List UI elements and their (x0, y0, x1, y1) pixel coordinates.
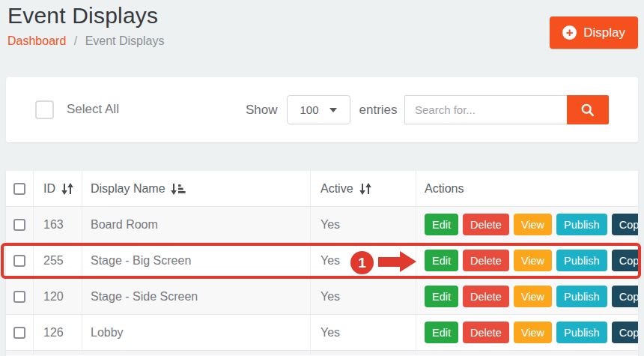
breadcrumb-current: Event Displays (85, 34, 165, 47)
page-size-value: 100 (300, 103, 319, 116)
breadcrumb-separator: / (74, 34, 77, 47)
view-button[interactable]: View (514, 286, 552, 307)
cell-display-name: Board Room (82, 207, 311, 242)
cell-active: Yes (311, 207, 416, 242)
cell-id: 163 (34, 207, 82, 242)
copy-button[interactable]: Copy (612, 214, 638, 235)
page-size-select[interactable]: 100 (287, 95, 350, 124)
view-button[interactable]: View (514, 214, 552, 235)
cell-id: 120 (34, 279, 82, 314)
edit-button[interactable]: Edit (425, 322, 458, 343)
delete-button[interactable]: Delete (463, 214, 509, 235)
toolbar-card: Select All Show 100 entries (6, 77, 638, 142)
view-button[interactable]: View (514, 322, 552, 343)
search-icon (580, 103, 595, 118)
cell-active: Yes (311, 315, 416, 350)
sort-updown-icon (61, 183, 75, 195)
table-row: 126 Lobby Yes Edit Delete View Publish C… (6, 315, 638, 351)
table-header-row: ID Display Name Active Actions (6, 171, 638, 207)
cell-id: 126 (34, 315, 82, 350)
column-header-display-name-label: Display Name (91, 182, 165, 196)
column-header-id-label: ID (43, 182, 55, 196)
sort-amount-icon (171, 183, 186, 195)
search-button[interactable] (567, 95, 609, 124)
cell-active: Yes (311, 279, 416, 314)
cell-active: Yes (311, 243, 416, 278)
delete-button[interactable]: Delete (463, 286, 509, 307)
table-row-partial (6, 351, 638, 355)
row-checkbox[interactable] (13, 327, 25, 339)
search-group (404, 95, 609, 124)
plus-circle-icon: + (562, 25, 577, 40)
sort-updown-icon (359, 183, 373, 195)
edit-button[interactable]: Edit (425, 250, 458, 271)
column-header-display-name[interactable]: Display Name (82, 171, 311, 206)
select-all-checkbox[interactable] (35, 100, 54, 119)
column-header-active[interactable]: Active (311, 171, 416, 206)
breadcrumb-dashboard-link[interactable]: Dashboard (7, 34, 66, 47)
publish-button[interactable]: Publish (556, 286, 607, 307)
copy-button[interactable]: Copy (612, 322, 638, 343)
breadcrumb: Dashboard / Event Displays (7, 34, 164, 48)
cell-id: 255 (34, 243, 82, 278)
search-input[interactable] (404, 95, 567, 124)
add-display-button[interactable]: + Display (550, 16, 638, 49)
copy-button[interactable]: Copy (612, 250, 638, 271)
copy-button[interactable]: Copy (612, 286, 638, 307)
edit-button[interactable]: Edit (425, 286, 458, 307)
column-header-actions-label: Actions (425, 182, 464, 196)
page-size-group: Show 100 entries (246, 77, 398, 142)
table-row: 163 Board Room Yes Edit Delete View Publ… (6, 207, 638, 243)
caret-down-icon (329, 108, 337, 112)
delete-button[interactable]: Delete (463, 250, 509, 271)
publish-button[interactable]: Publish (556, 322, 607, 343)
table-row-highlighted: 255 Stage - Big Screen Yes Edit Delete V… (6, 243, 638, 279)
header-select-checkbox[interactable] (13, 183, 25, 195)
cell-display-name: Stage - Side Screen (82, 279, 311, 314)
publish-button[interactable]: Publish (556, 214, 607, 235)
table-row: 120 Stage - Side Screen Yes Edit Delete … (6, 279, 638, 315)
entries-label: entries (359, 103, 398, 118)
row-checkbox[interactable] (13, 255, 25, 267)
publish-button[interactable]: Publish (556, 250, 607, 271)
edit-button[interactable]: Edit (425, 214, 458, 235)
add-display-button-label: Display (583, 25, 625, 40)
column-header-id[interactable]: ID (34, 171, 82, 206)
select-all-label: Select All (67, 102, 119, 117)
cell-display-name: Stage - Big Screen (82, 243, 311, 278)
column-header-actions: Actions (416, 171, 638, 206)
row-checkbox[interactable] (13, 219, 25, 231)
show-label: Show (246, 103, 278, 118)
view-button[interactable]: View (514, 250, 552, 271)
displays-table: ID Display Name Active Actions (6, 171, 638, 356)
row-checkbox[interactable] (13, 291, 25, 303)
column-header-active-label: Active (321, 182, 353, 196)
delete-button[interactable]: Delete (463, 322, 509, 343)
cell-display-name: Lobby (82, 315, 311, 350)
page-title: Event Displays (7, 3, 158, 28)
